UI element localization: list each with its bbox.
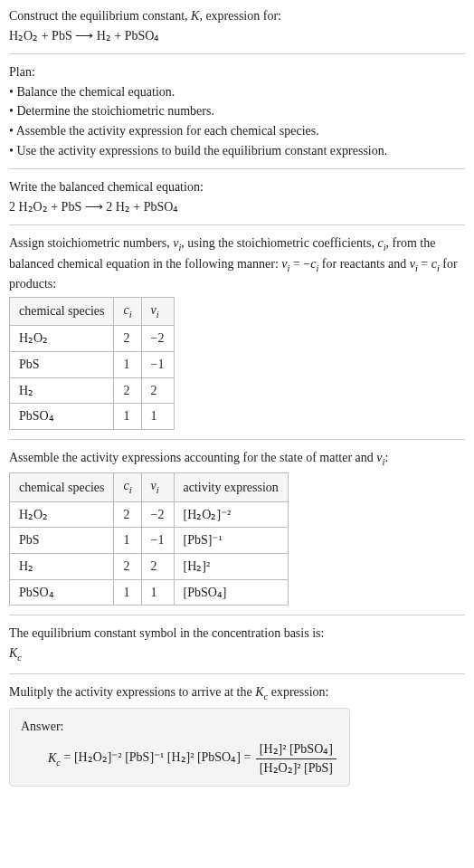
- cell: 2: [114, 501, 141, 528]
- balanced-heading: Write the balanced chemical equation:: [9, 178, 465, 196]
- divider: [9, 439, 465, 440]
- table-row: H₂ 2 2: [10, 377, 175, 404]
- cell: 1: [114, 404, 141, 430]
- cell: 1: [114, 351, 141, 377]
- answer-label: Answer:: [21, 718, 338, 736]
- cell: 2: [114, 326, 141, 352]
- answer-numerator: [H₂]² [PbSO₄]: [256, 740, 337, 759]
- cell: 2: [141, 377, 174, 404]
- table-header: νi: [141, 297, 174, 325]
- plan-item: • Balance the chemical equation.: [9, 83, 465, 101]
- cell: PbSO₄: [10, 579, 114, 606]
- cell: −1: [141, 528, 174, 554]
- cell: PbS: [10, 528, 114, 554]
- balanced-equation: 2 H₂O₂ + PbS ⟶ 2 H₂ + PbSO₄: [9, 198, 465, 216]
- table-row: PbSO₄ 1 1 [PbSO₄]: [10, 579, 289, 606]
- cell: H₂O₂: [10, 501, 114, 528]
- table-row: H₂O₂ 2 −2: [10, 326, 175, 352]
- cell: 2: [114, 553, 141, 579]
- table-row: H₂ 2 2 [H₂]²: [10, 553, 289, 579]
- table-row: PbS 1 −1: [10, 351, 175, 377]
- cell: H₂: [10, 553, 114, 579]
- activity-intro: Assemble the activity expressions accoun…: [9, 449, 465, 469]
- activity-table: chemical species ci νi activity expressi…: [9, 472, 289, 606]
- intro-equation: H₂O₂ + PbS ⟶ H₂ + PbSO₄: [9, 27, 465, 45]
- table-header: ci: [114, 297, 141, 325]
- divider: [9, 673, 465, 674]
- plan-item: • Assemble the activity expression for e…: [9, 122, 465, 140]
- cell: 2: [141, 553, 174, 579]
- cell: −1: [141, 351, 174, 377]
- cell: PbSO₄: [10, 404, 114, 430]
- answer-box: Answer: Kc = [H₂O₂]⁻² [PbS]⁻¹ [H₂]² [PbS…: [9, 708, 350, 787]
- table-header: activity expression: [174, 473, 288, 501]
- table-header: chemical species: [10, 473, 114, 501]
- stoich-intro: Assign stoichiometric numbers, νi, using…: [9, 234, 465, 293]
- table-row: H₂O₂ 2 −2 [H₂O₂]⁻²: [10, 501, 289, 528]
- cell: H₂: [10, 377, 114, 404]
- divider: [9, 224, 465, 225]
- cell: [H₂]²: [174, 553, 288, 579]
- cell: [PbS]⁻¹: [174, 528, 288, 554]
- answer-expression: Kc = [H₂O₂]⁻² [PbS]⁻¹ [H₂]² [PbSO₄] = [H…: [48, 740, 338, 777]
- cell: 2: [114, 377, 141, 404]
- cell: H₂O₂: [10, 326, 114, 352]
- divider: [9, 168, 465, 169]
- table-header: ci: [114, 473, 141, 501]
- cell: 1: [114, 528, 141, 554]
- divider: [9, 53, 465, 54]
- kc-symbol: Kc: [9, 644, 465, 664]
- table-row: PbSO₄ 1 1: [10, 404, 175, 430]
- divider: [9, 615, 465, 615]
- table-header: νi: [141, 473, 174, 501]
- plan-item: • Use the activity expressions to build …: [9, 142, 465, 160]
- answer-denominator: [H₂O₂]² [PbS]: [256, 759, 337, 777]
- stoich-table: chemical species ci νi H₂O₂ 2 −2 PbS 1 −…: [9, 297, 175, 430]
- kc-symbol-line: The equilibrium constant symbol in the c…: [9, 625, 465, 643]
- cell: [H₂O₂]⁻²: [174, 501, 288, 528]
- plan-item: • Determine the stoichiometric numbers.: [9, 102, 465, 120]
- table-row: PbS 1 −1 [PbS]⁻¹: [10, 528, 289, 554]
- plan-heading: Plan:: [9, 63, 465, 81]
- cell: −2: [141, 326, 174, 352]
- cell: PbS: [10, 351, 114, 377]
- cell: [PbSO₄]: [174, 579, 288, 606]
- table-header: chemical species: [10, 297, 114, 325]
- cell: 1: [141, 404, 174, 430]
- cell: 1: [114, 579, 141, 606]
- intro-text: Construct the equilibrium constant, K, e…: [9, 9, 281, 23]
- cell: 1: [141, 579, 174, 606]
- multiply-line: Mulitply the activity expressions to arr…: [9, 683, 465, 703]
- cell: −2: [141, 501, 174, 528]
- intro-line: Construct the equilibrium constant, K, e…: [9, 7, 465, 25]
